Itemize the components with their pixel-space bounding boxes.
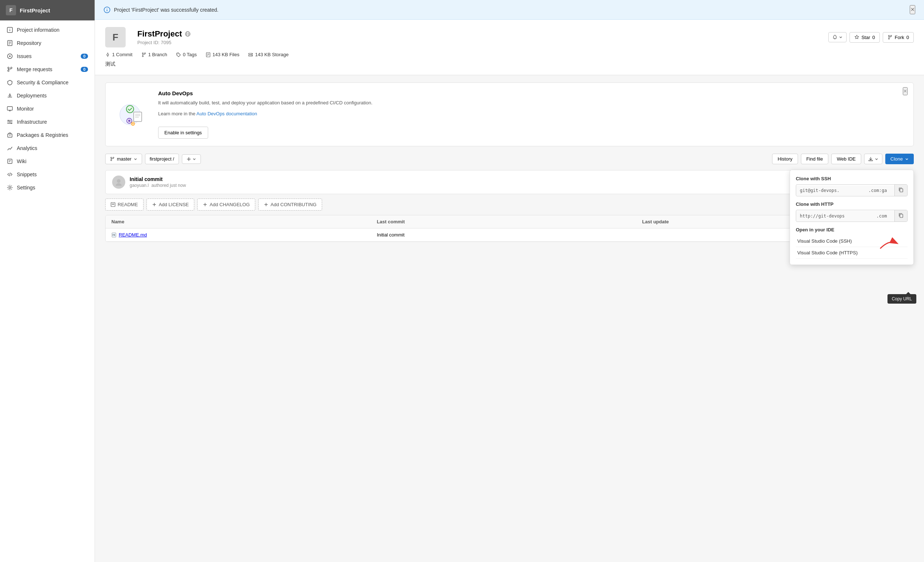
- commit-info: Initial commit gaoyuan.l authored just n…: [130, 176, 186, 188]
- plus-icon: [187, 157, 191, 161]
- content-area: Auto DevOps It will automatically build,…: [95, 75, 924, 249]
- download-button[interactable]: [864, 154, 882, 164]
- clone-button[interactable]: Clone: [885, 154, 914, 164]
- sidebar-item-deployments[interactable]: Deployments: [0, 89, 94, 102]
- auto-devops-docs-link[interactable]: Auto DevOps documentation: [196, 111, 257, 117]
- sidebar-item-infrastructure[interactable]: Infrastructure: [0, 115, 94, 129]
- sidebar-item-label: Security & Compliance: [17, 79, 69, 85]
- files-stat[interactable]: 143 KB Files: [213, 52, 240, 57]
- branch-selector[interactable]: master: [105, 154, 142, 164]
- svg-point-36: [107, 54, 109, 55]
- star-icon: [854, 35, 860, 40]
- chevron-branch-icon: [134, 157, 137, 161]
- star-count: 0: [873, 35, 875, 40]
- plus-license-icon: [152, 202, 157, 207]
- clone-dropdown-panel: Clone with SSH Clone with HTTP: [790, 170, 914, 265]
- info-icon: [7, 27, 13, 33]
- plus-changelog-icon: [203, 202, 207, 207]
- ide-option-https[interactable]: Visual Studio Code (HTTPS): [796, 247, 908, 259]
- license-label: Add LICENSE: [159, 202, 189, 207]
- success-banner: Project 'FirstProject' was successfully …: [95, 0, 924, 20]
- book-icon: [7, 40, 13, 46]
- banner-close-button[interactable]: ×: [910, 5, 915, 14]
- svg-point-10: [8, 70, 9, 72]
- plus-contributing-icon: [264, 202, 268, 207]
- sidebar-item-label: Packages & Registries: [17, 132, 68, 138]
- svg-rect-21: [8, 159, 12, 163]
- package-icon: [7, 132, 13, 138]
- svg-point-34: [888, 38, 889, 39]
- find-file-button[interactable]: Find file: [801, 154, 829, 164]
- sidebar-item-repository[interactable]: Repository: [0, 36, 94, 49]
- add-contributing-button[interactable]: Add CONTRIBUTING: [258, 199, 322, 211]
- ssh-title: Clone with SSH: [796, 176, 908, 181]
- sidebar-item-packages-registries[interactable]: Packages & Registries: [0, 129, 94, 142]
- download-icon: [868, 157, 873, 161]
- sidebar-item-label: Infrastructure: [17, 119, 47, 125]
- project-avatar: F: [105, 27, 126, 48]
- svg-rect-13: [7, 106, 12, 110]
- repo-toolbar: master firstproject / History Find file …: [105, 154, 914, 164]
- add-file-button[interactable]: [182, 154, 201, 164]
- sidebar-item-label: Wiki: [17, 158, 26, 164]
- main-content: Project 'FirstProject' was successfully …: [95, 0, 924, 562]
- sidebar-item-security-compliance[interactable]: Security & Compliance: [0, 76, 94, 89]
- ssh-url-input[interactable]: [796, 185, 894, 196]
- sidebar-item-settings[interactable]: Settings: [0, 181, 94, 194]
- chevron-clone-icon: [905, 157, 909, 161]
- http-clone-row: [796, 210, 908, 222]
- svg-point-2: [9, 28, 10, 29]
- sidebar-project-name: FirstProject: [20, 7, 50, 13]
- fork-count: 0: [906, 35, 909, 40]
- enable-in-settings-button[interactable]: Enable in settings: [158, 127, 208, 139]
- commit-author-avatar: [112, 176, 125, 189]
- fork-button[interactable]: Fork 0: [883, 32, 914, 43]
- svg-point-18: [11, 123, 12, 124]
- sidebar-item-merge-requests[interactable]: Merge requests 0: [0, 63, 94, 76]
- commit-message[interactable]: Initial commit: [130, 176, 186, 182]
- tag-icon: [176, 52, 181, 57]
- add-readme-button[interactable]: README: [105, 199, 144, 211]
- breadcrumb-path: firstproject /: [145, 154, 179, 164]
- sidebar-item-monitor[interactable]: Monitor: [0, 102, 94, 115]
- star-button[interactable]: Star 0: [849, 32, 880, 43]
- http-url-input[interactable]: [796, 211, 894, 221]
- svg-point-11: [10, 67, 12, 69]
- sidebar-header[interactable]: F FirstProject: [0, 0, 94, 21]
- add-changelog-button[interactable]: Add CHANGELOG: [197, 199, 255, 211]
- file-link[interactable]: README.md: [119, 232, 147, 238]
- devops-title: Auto DevOps: [158, 90, 372, 96]
- sidebar-item-snippets[interactable]: Snippets: [0, 168, 94, 181]
- sidebar-item-label: Merge requests: [17, 66, 52, 72]
- storage-stat[interactable]: 143 KB Storage: [255, 52, 288, 57]
- web-ide-button[interactable]: Web IDE: [831, 154, 861, 164]
- history-button[interactable]: History: [772, 154, 798, 164]
- sidebar-item-project-information[interactable]: Project information: [0, 23, 94, 36]
- add-license-button[interactable]: Add LICENSE: [147, 199, 194, 211]
- commits-stat[interactable]: 1 Commit: [112, 52, 133, 57]
- chevron-add-icon: [192, 157, 196, 161]
- sidebar-item-wiki[interactable]: Wiki: [0, 155, 94, 168]
- sidebar-item-analytics[interactable]: Analytics: [0, 142, 94, 155]
- svg-point-63: [113, 157, 114, 158]
- deploy-icon: [7, 92, 13, 99]
- svg-point-17: [9, 121, 10, 123]
- sidebar-item-label: Issues: [17, 53, 32, 59]
- col-last-commit: Last commit: [377, 219, 642, 224]
- ssh-copy-button[interactable]: [894, 185, 907, 196]
- star-label: Star: [861, 35, 870, 40]
- branches-stat[interactable]: 1 Branch: [148, 52, 167, 57]
- svg-point-8: [9, 55, 10, 57]
- devops-card-close-button[interactable]: ×: [903, 87, 908, 95]
- sidebar-item-issues[interactable]: Issues 0: [0, 49, 94, 63]
- ide-option-ssh[interactable]: Visual Studio Code (SSH): [796, 235, 908, 247]
- banner-message: Project 'FirstProject' was successfully …: [114, 7, 218, 13]
- notification-bell-button[interactable]: [828, 32, 847, 42]
- tags-stat[interactable]: 0 Tags: [183, 52, 197, 57]
- project-avatar-sidebar: F: [6, 5, 16, 15]
- avatar-icon: [114, 178, 123, 187]
- project-id: Project ID: 7095: [137, 40, 190, 45]
- settings-icon: [7, 184, 13, 191]
- issues-icon: [7, 53, 13, 60]
- http-copy-button[interactable]: [894, 210, 907, 221]
